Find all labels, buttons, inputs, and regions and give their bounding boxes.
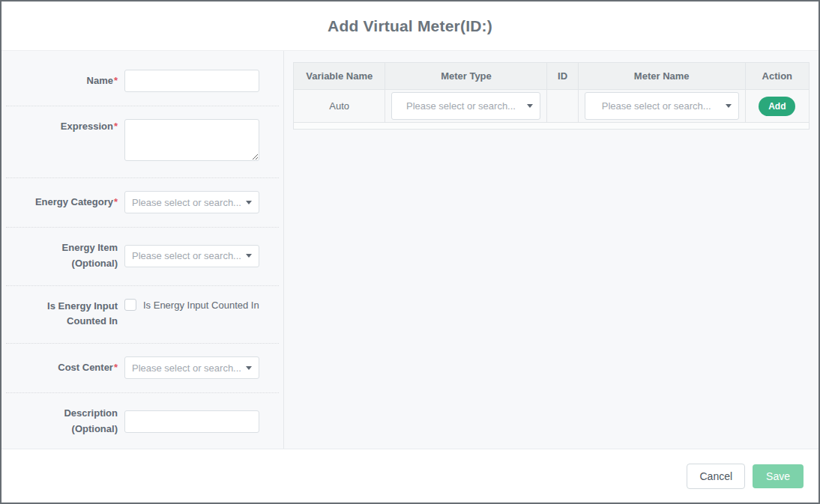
select-placeholder-text: Please select or search... xyxy=(132,250,241,261)
description-label: Description (Optional) xyxy=(24,406,118,437)
name-label-text: Name xyxy=(87,75,113,86)
name-input[interactable] xyxy=(124,70,259,92)
name-label: Name* xyxy=(24,73,118,89)
is-energy-input-label-text: Is Energy Input Counted In xyxy=(47,300,118,327)
form-row-description: Description (Optional) xyxy=(6,393,279,449)
variables-table: Variable Name Meter Type ID Meter Name A… xyxy=(293,62,810,130)
dialog-footer: Cancel Save xyxy=(1,449,819,503)
add-virtual-meter-dialog: Add Virtual Meter(ID:) Name* Expression*… xyxy=(0,0,820,504)
expression-control xyxy=(124,119,259,164)
cost-center-control: Please select or search... xyxy=(124,356,259,379)
caret-down-icon xyxy=(726,104,732,108)
select-placeholder-text: Please select or search... xyxy=(399,100,522,112)
energy-item-select[interactable]: Please select or search... xyxy=(124,245,259,267)
save-button[interactable]: Save xyxy=(753,464,804,488)
expression-variables-panel: Variable Name Meter Type ID Meter Name A… xyxy=(284,51,819,449)
select-placeholder-text: Please select or search... xyxy=(592,100,721,112)
page-title: Add Virtual Meter(ID:) xyxy=(328,17,492,35)
required-asterisk: * xyxy=(114,362,118,373)
select-placeholder-text: Please select or search... xyxy=(132,362,241,374)
description-input[interactable] xyxy=(124,410,259,433)
form-row-is-energy-input: Is Energy Input Counted In Is Energy Inp… xyxy=(6,286,279,344)
expression-label-text: Expression xyxy=(61,121,113,132)
energy-category-select[interactable]: Please select or search... xyxy=(124,191,259,213)
table-header-row: Variable Name Meter Type ID Meter Name A… xyxy=(294,63,810,90)
cost-center-select[interactable]: Please select or search... xyxy=(124,356,259,379)
dialog-header: Add Virtual Meter(ID:) xyxy=(1,1,819,50)
cost-center-label-text: Cost Center xyxy=(58,362,113,373)
caret-down-icon xyxy=(246,201,252,204)
variable-name-cell: Auto xyxy=(294,90,385,123)
action-cell: Add xyxy=(745,90,809,123)
checkbox-label: Is Energy Input Counted In xyxy=(143,299,259,312)
form-row-cost-center: Cost Center* Please select or search... xyxy=(6,344,279,393)
table-row: Auto Please select or search... Please s… xyxy=(294,90,810,123)
meter-name-cell: Please select or search... xyxy=(578,90,745,123)
required-asterisk: * xyxy=(114,121,118,132)
table-empty-cell xyxy=(294,123,810,130)
cost-center-label: Cost Center* xyxy=(24,360,118,376)
cancel-button[interactable]: Cancel xyxy=(687,464,745,489)
is-energy-input-counted-checkbox[interactable] xyxy=(124,299,136,311)
form-row-name: Name* xyxy=(6,57,279,106)
description-label-text: Description (Optional) xyxy=(64,407,118,434)
energy-category-label: Energy Category* xyxy=(24,195,118,210)
energy-category-control: Please select or search... xyxy=(124,191,259,213)
col-id: ID xyxy=(547,63,578,90)
form-row-energy-category: Energy Category* Please select or search… xyxy=(6,178,279,228)
meter-name-select[interactable]: Please select or search... xyxy=(585,92,739,120)
form-row-expression: Expression* xyxy=(6,106,279,178)
dialog-body: Name* Expression* Energy Category* Pleas… xyxy=(1,50,819,449)
expression-textarea[interactable] xyxy=(124,119,259,161)
expression-label: Expression* xyxy=(24,119,118,135)
caret-down-icon xyxy=(527,104,533,108)
description-control xyxy=(124,410,259,433)
energy-item-label-text: Energy Item (Optional) xyxy=(62,242,118,269)
meter-type-select[interactable]: Please select or search... xyxy=(391,92,540,120)
caret-down-icon xyxy=(246,366,252,370)
energy-item-control: Please select or search... xyxy=(124,245,259,267)
meter-form-panel: Name* Expression* Energy Category* Pleas… xyxy=(1,51,284,449)
select-placeholder-text: Please select or search... xyxy=(132,197,241,208)
meter-type-cell: Please select or search... xyxy=(385,90,547,123)
col-meter-type: Meter Type xyxy=(385,63,547,90)
caret-down-icon xyxy=(246,254,252,258)
energy-category-label-text: Energy Category xyxy=(35,196,113,207)
table-empty-row xyxy=(294,123,810,130)
is-energy-input-control: Is Energy Input Counted In xyxy=(124,299,259,312)
form-row-energy-item: Energy Item (Optional) Please select or … xyxy=(6,228,279,286)
col-action: Action xyxy=(745,63,809,90)
col-variable-name: Variable Name xyxy=(294,63,385,90)
id-cell xyxy=(547,90,578,123)
required-asterisk: * xyxy=(114,196,118,207)
name-control xyxy=(124,70,259,92)
energy-item-label: Energy Item (Optional) xyxy=(24,240,118,272)
add-variable-button[interactable]: Add xyxy=(759,97,795,116)
is-energy-input-label: Is Energy Input Counted In xyxy=(24,299,118,330)
required-asterisk: * xyxy=(114,75,118,86)
col-meter-name: Meter Name xyxy=(578,63,745,90)
